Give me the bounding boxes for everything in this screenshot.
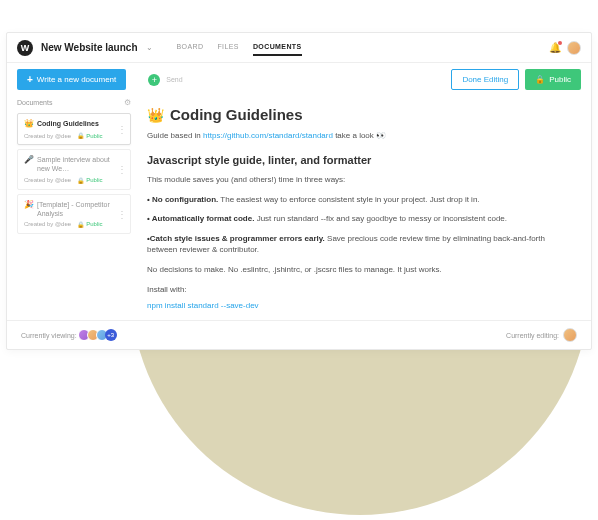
party-icon: 🎉 <box>24 200 34 218</box>
toolbar-right: Done Editing 🔒 Public <box>451 69 581 90</box>
doc-meta: Created by @dee 🔒 Public <box>24 132 124 139</box>
public-label: Public <box>549 75 571 84</box>
badge-text: Public <box>86 221 102 227</box>
topbar-right: 🔔 <box>549 41 581 55</box>
chevron-down-icon[interactable]: ⌄ <box>146 43 153 52</box>
done-editing-button[interactable]: Done Editing <box>451 69 519 90</box>
doc-creator: Created by @dee <box>24 221 71 227</box>
page-title-text: Coding Guidelines <box>170 106 303 123</box>
user-avatar[interactable] <box>567 41 581 55</box>
editing-section: Currently editing: <box>506 328 577 342</box>
app-logo[interactable]: W <box>17 40 33 56</box>
doc-creator: Created by @dee <box>24 177 71 183</box>
doc-card[interactable]: 🎉 [Template] - Competitor Analysis Creat… <box>17 194 131 234</box>
paragraph: Install with: <box>147 284 571 296</box>
kebab-icon[interactable]: ⋮ <box>117 211 127 216</box>
sidebar: Documents ⚙ 👑 Coding Guidelines Created … <box>7 96 137 320</box>
kebab-icon[interactable]: ⋮ <box>117 167 127 172</box>
doc-card-active[interactable]: 👑 Coding Guidelines Created by @dee 🔒 Pu… <box>17 113 131 145</box>
doc-badge: 🔒 Public <box>77 132 102 139</box>
write-document-button[interactable]: + Write a new document <box>17 69 126 90</box>
tab-board[interactable]: BOARD <box>177 39 204 56</box>
body: Documents ⚙ 👑 Coding Guidelines Created … <box>7 96 591 320</box>
doc-title: 🎤 Sample interview about new We… <box>24 155 124 173</box>
write-label: Write a new document <box>37 75 116 84</box>
topbar: W New Website launch ⌄ BOARD FILES DOCUM… <box>7 33 591 63</box>
paragraph: No decisions to make. No .eslintrc, .jsh… <box>147 264 571 276</box>
bullet-2: • Automatically format code. Just run st… <box>147 213 571 225</box>
viewing-section: Currently viewing: +3 <box>21 329 117 341</box>
viewing-label: Currently viewing: <box>21 332 77 339</box>
more-viewers-badge[interactable]: +3 <box>105 329 117 341</box>
send-box: + Send <box>148 74 445 86</box>
doc-title-text: Sample interview about new We… <box>37 155 124 173</box>
avatar-group[interactable]: +3 <box>81 329 117 341</box>
lock-icon: 🔒 <box>77 221 84 228</box>
tab-files[interactable]: FILES <box>217 39 238 56</box>
sidebar-heading: Documents <box>17 99 52 106</box>
app-window: W New Website launch ⌄ BOARD FILES DOCUM… <box>6 32 592 350</box>
badge-text: Public <box>86 133 102 139</box>
bullet-3: •Catch style issues & programmer errors … <box>147 233 571 256</box>
doc-meta: Created by @dee 🔒 Public <box>24 221 124 228</box>
kebab-icon[interactable]: ⋮ <box>117 127 127 132</box>
send-label: Send <box>166 76 182 83</box>
project-title: New Website launch <box>41 42 138 53</box>
lock-icon: 🔒 <box>77 177 84 184</box>
doc-card[interactable]: 🎤 Sample interview about new We… Created… <box>17 149 131 189</box>
doc-title-text: Coding Guidelines <box>37 119 99 129</box>
page-title: 👑 Coding Guidelines <box>147 106 571 123</box>
send-plus-icon[interactable]: + <box>148 74 160 86</box>
doc-title: 👑 Coding Guidelines <box>24 119 124 129</box>
intro-text: Guide based in https://github.com/standa… <box>147 131 571 140</box>
sidebar-header: Documents ⚙ <box>17 96 131 109</box>
lock-icon: 🔒 <box>535 75 545 84</box>
mic-icon: 🎤 <box>24 155 34 173</box>
doc-badge: 🔒 Public <box>77 221 102 228</box>
doc-badge: 🔒 Public <box>77 177 102 184</box>
crown-icon: 👑 <box>147 107 164 123</box>
doc-title: 🎉 [Template] - Competitor Analysis <box>24 200 124 218</box>
bullet-1: • No configuration. The easiest way to e… <box>147 194 571 206</box>
standard-link[interactable]: https://github.com/standard/standard <box>203 131 333 140</box>
plus-icon: + <box>27 74 33 85</box>
toolbar: + Write a new document + Send Done Editi… <box>7 63 591 96</box>
public-button[interactable]: 🔒 Public <box>525 69 581 90</box>
lock-icon: 🔒 <box>77 132 84 139</box>
editor-avatar[interactable] <box>563 328 577 342</box>
content: 👑 Coding Guidelines Guide based in https… <box>137 96 591 320</box>
notifications-icon[interactable]: 🔔 <box>549 42 561 53</box>
gear-icon[interactable]: ⚙ <box>124 98 131 107</box>
crown-icon: 👑 <box>24 119 34 129</box>
editing-label: Currently editing: <box>506 332 559 339</box>
section-heading: Javascript style guide, linter, and form… <box>147 154 571 166</box>
doc-title-text: [Template] - Competitor Analysis <box>37 200 124 218</box>
doc-meta: Created by @dee 🔒 Public <box>24 177 124 184</box>
footer: Currently viewing: +3 Currently editing: <box>7 320 591 349</box>
tab-documents[interactable]: DOCUMENTS <box>253 39 302 56</box>
tabs: BOARD FILES DOCUMENTS <box>177 39 302 56</box>
badge-text: Public <box>86 177 102 183</box>
paragraph: This module saves you (and others!) time… <box>147 174 571 186</box>
doc-creator: Created by @dee <box>24 133 71 139</box>
install-command: npm install standard --save-dev <box>147 301 571 310</box>
